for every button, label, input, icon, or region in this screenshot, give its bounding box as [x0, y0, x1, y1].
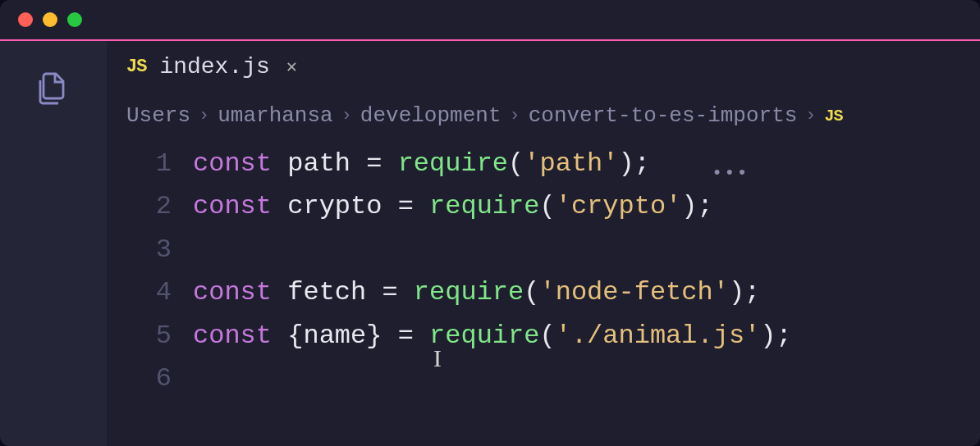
close-window-button[interactable] [18, 12, 33, 27]
breadcrumb-segment[interactable]: Users [126, 103, 190, 128]
line-number: 3 [107, 229, 172, 271]
chevron-right-icon: › [199, 106, 209, 126]
line-number: 2 [107, 185, 172, 228]
code-line[interactable]: const crypto = require('crypto'); [193, 185, 980, 228]
breadcrumb-segment[interactable]: umarhansa [218, 103, 332, 128]
explorer-icon[interactable] [30, 66, 76, 112]
code-line[interactable]: const {name} = require('./animal.js'); [193, 315, 980, 357]
code-editor[interactable]: 1 2 3 4 5 6 const path = require('path')… [107, 139, 980, 446]
chevron-right-icon: › [341, 106, 352, 126]
code-content[interactable]: const path = require('path'); ••• const … [193, 143, 980, 446]
breadcrumb-segment[interactable]: development [360, 103, 501, 128]
maximize-window-button[interactable] [67, 12, 82, 27]
titlebar[interactable] [0, 0, 980, 39]
chevron-right-icon: › [510, 106, 520, 126]
line-number-gutter: 1 2 3 4 5 6 [107, 143, 193, 446]
line-number: 4 [107, 271, 172, 314]
code-line[interactable]: const path = require('path'); [193, 143, 980, 185]
editor-area: JS index.js ✕ Users › umarhansa › develo… [107, 39, 980, 446]
line-number: 5 [107, 315, 172, 357]
tab-bar: JS index.js ✕ [107, 41, 980, 92]
code-line[interactable] [193, 229, 980, 271]
breadcrumb-segment[interactable]: convert-to-es-imports [529, 103, 798, 128]
code-line[interactable]: const fetch = require('node-fetch'); [193, 271, 980, 314]
line-number: 1 [107, 143, 172, 185]
minimize-window-button[interactable] [43, 12, 57, 27]
code-line[interactable] [193, 357, 980, 400]
tab-index-js[interactable]: JS index.js ✕ [107, 41, 324, 92]
breadcrumb[interactable]: Users › umarhansa › development › conver… [107, 92, 980, 139]
js-file-icon: JS [825, 107, 843, 125]
main-area: JS index.js ✕ Users › umarhansa › develo… [0, 39, 980, 446]
chevron-right-icon: › [805, 106, 816, 126]
editor-window: JS index.js ✕ Users › umarhansa › develo… [0, 0, 980, 446]
tab-filename: index.js [159, 54, 269, 80]
js-file-icon: JS [126, 57, 146, 77]
activity-bar [0, 39, 107, 446]
line-number: 6 [107, 357, 172, 400]
close-tab-icon[interactable]: ✕ [283, 52, 300, 81]
